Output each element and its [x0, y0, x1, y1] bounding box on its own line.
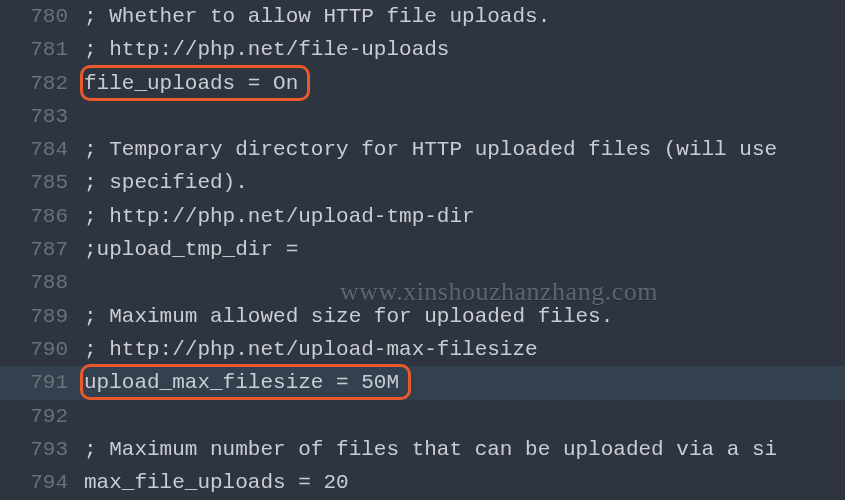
line-number: 786: [0, 200, 74, 233]
code-line[interactable]: 780; Whether to allow HTTP file uploads.: [0, 0, 845, 33]
line-number: 780: [0, 0, 74, 33]
line-number: 782: [0, 67, 74, 100]
line-text[interactable]: ; Maximum allowed size for uploaded file…: [74, 300, 613, 333]
code-line[interactable]: 785; specified).: [0, 166, 845, 199]
code-line[interactable]: 790; http://php.net/upload-max-filesize: [0, 333, 845, 366]
code-line[interactable]: 792: [0, 400, 845, 433]
line-text[interactable]: ; Temporary directory for HTTP uploaded …: [74, 133, 777, 166]
line-text[interactable]: max_file_uploads = 20: [74, 466, 349, 499]
line-number: 794: [0, 466, 74, 499]
line-text[interactable]: ; Maximum number of files that can be up…: [74, 433, 777, 466]
code-line[interactable]: 781; http://php.net/file-uploads: [0, 33, 845, 66]
line-number: 792: [0, 400, 74, 433]
line-number: 788: [0, 266, 74, 299]
line-text[interactable]: ;upload_tmp_dir =: [74, 233, 298, 266]
line-number: 784: [0, 133, 74, 166]
line-text[interactable]: ; http://php.net/upload-max-filesize: [74, 333, 538, 366]
line-number: 793: [0, 433, 74, 466]
code-line[interactable]: 793; Maximum number of files that can be…: [0, 433, 845, 466]
code-line[interactable]: 786; http://php.net/upload-tmp-dir: [0, 200, 845, 233]
line-text[interactable]: ; http://php.net/upload-tmp-dir: [74, 200, 475, 233]
line-number: 785: [0, 166, 74, 199]
code-line[interactable]: 794max_file_uploads = 20: [0, 466, 845, 499]
code-line[interactable]: 783: [0, 100, 845, 133]
line-number: 781: [0, 33, 74, 66]
code-line[interactable]: 784; Temporary directory for HTTP upload…: [0, 133, 845, 166]
line-number: 790: [0, 333, 74, 366]
code-line[interactable]: 787;upload_tmp_dir =: [0, 233, 845, 266]
code-lines: 780; Whether to allow HTTP file uploads.…: [0, 0, 845, 499]
line-number: 791: [0, 366, 74, 399]
code-line[interactable]: 789; Maximum allowed size for uploaded f…: [0, 300, 845, 333]
line-text[interactable]: ; Whether to allow HTTP file uploads.: [74, 0, 550, 33]
line-text[interactable]: ; http://php.net/file-uploads: [74, 33, 449, 66]
line-number: 783: [0, 100, 74, 133]
code-line[interactable]: 782file_uploads = On: [0, 67, 845, 100]
code-line[interactable]: 791upload_max_filesize = 50M: [0, 366, 845, 399]
line-text[interactable]: file_uploads = On: [74, 67, 298, 100]
line-text[interactable]: upload_max_filesize = 50M: [74, 366, 399, 399]
line-text[interactable]: ; specified).: [74, 166, 248, 199]
code-line[interactable]: 788: [0, 266, 845, 299]
line-number: 787: [0, 233, 74, 266]
code-editor[interactable]: 780; Whether to allow HTTP file uploads.…: [0, 0, 845, 500]
line-number: 789: [0, 300, 74, 333]
